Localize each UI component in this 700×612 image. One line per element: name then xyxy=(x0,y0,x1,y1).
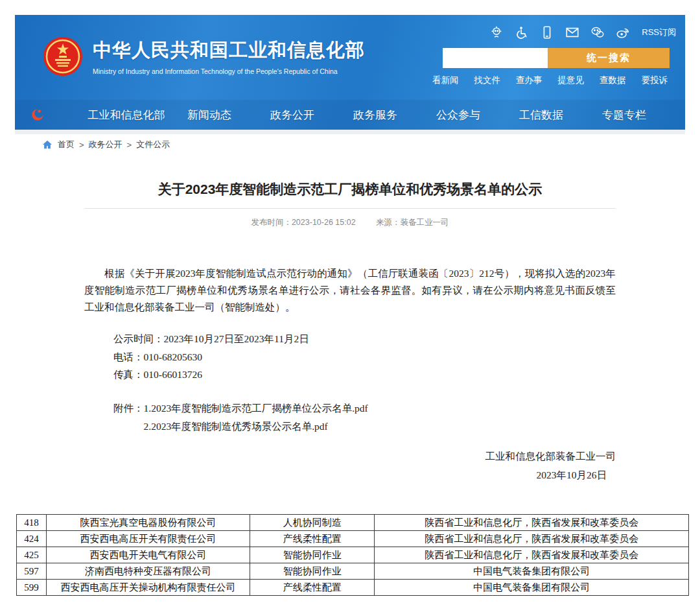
attachment-link-1[interactable]: 1.2023年度智能制造示范工厂揭榜单位公示名单.pdf xyxy=(144,399,368,418)
rss-subscribe-link[interactable]: RSS订阅 xyxy=(642,27,676,38)
cell-number: 425 xyxy=(17,547,47,563)
site-banner: 中华人民共和国工业和信息化部 Ministry of Industry and … xyxy=(15,15,685,130)
attachment-link-2[interactable]: 2.2023年度智能制造优秀场景公示名单.pdf xyxy=(144,418,368,436)
title-divider xyxy=(84,208,616,209)
site-brand[interactable]: 中华人民共和国工业和信息化部 Ministry of Industry and … xyxy=(42,36,365,77)
cell-number: 424 xyxy=(17,531,47,547)
search-button[interactable]: 统一搜索 xyxy=(548,48,670,68)
breadcrumb-separator: > xyxy=(127,140,132,150)
weibo-icon[interactable] xyxy=(615,25,631,40)
cell-company: 西安西电开关电气有限公司 xyxy=(46,547,250,563)
nav-item-gov-open[interactable]: 政务公开 xyxy=(251,108,334,123)
quick-link-files[interactable]: 找文件 xyxy=(474,75,501,86)
quick-link-data[interactable]: 查数据 xyxy=(600,75,626,86)
national-emblem-icon xyxy=(42,36,84,77)
search-bar: 统一搜索 xyxy=(443,48,670,68)
banner-shadow xyxy=(15,130,685,134)
cell-company: 西安西电高压开关操动机构有限责任公司 xyxy=(46,580,250,596)
nav-item-ministry[interactable]: 工业和信息化部 xyxy=(85,108,168,123)
cell-number: 597 xyxy=(17,563,47,580)
quick-links: 看新闻 找文件 查办事 提意见 查数据 要投诉 xyxy=(432,75,668,86)
nav-item-gov-service[interactable]: 政务服务 xyxy=(334,108,417,123)
mail-icon[interactable] xyxy=(565,25,580,40)
cell-scenario: 产线柔性配置 xyxy=(250,580,375,596)
phone-line: 电话：010-68205630 xyxy=(113,348,616,366)
publish-time: 发布时间：2023-10-26 15:02 xyxy=(251,218,355,227)
quick-link-complain[interactable]: 要投诉 xyxy=(642,75,668,86)
mobile-icon[interactable] xyxy=(539,25,555,40)
search-input[interactable] xyxy=(443,48,548,68)
quick-link-suggest[interactable]: 提意见 xyxy=(558,75,585,86)
nav-item-topics[interactable]: 专题专栏 xyxy=(583,108,666,123)
site-subtitle: Ministry of Industry and Information Tec… xyxy=(93,67,365,75)
notice-period: 公示时间：2023年10月27日至2023年11月2日 xyxy=(113,330,616,348)
cell-recommender: 中国电气装备集团有限公司 xyxy=(375,563,689,580)
announcement-table: 418 陕西宝光真空电器股份有限公司 人机协同制造 陕西省工业和信息化厅，陕西省… xyxy=(16,514,689,596)
home-icon[interactable] xyxy=(42,139,52,150)
main-nav: 工业和信息化部 新闻动态 政务公开 政务服务 公众参与 工信数据 专题专栏 xyxy=(15,100,685,130)
cell-scenario: 智能协同作业 xyxy=(250,547,375,563)
article: 关于2023年度智能制造示范工厂揭榜单位和优秀场景名单的公示 发布时间：2023… xyxy=(84,165,616,484)
top-utility-icons: RSS订阅 xyxy=(489,25,676,40)
quick-link-news[interactable]: 看新闻 xyxy=(432,75,459,86)
breadcrumb-separator: > xyxy=(79,140,84,150)
cell-recommender: 陕西省工业和信息化厅，陕西省发展和改革委员会 xyxy=(375,547,689,563)
cell-scenario: 人机协同制造 xyxy=(250,515,375,531)
article-paragraph: 根据《关于开展2023年度智能制造试点示范行动的通知》（工信厅联通装函〔2023… xyxy=(84,265,616,316)
cell-number: 599 xyxy=(17,580,47,596)
cell-company: 济南西电特种变压器有限公司 xyxy=(46,563,250,580)
quick-link-services[interactable]: 查办事 xyxy=(516,75,542,86)
accessibility-icon[interactable] xyxy=(514,25,530,40)
signature-date: 2023年10月26日 xyxy=(84,465,616,484)
cell-number: 418 xyxy=(17,515,47,531)
source: 来源：装备工业一司 xyxy=(376,218,449,227)
table-row: 597 济南西电特种变压器有限公司 智能协同作业 中国电气装备集团有限公司 xyxy=(17,563,689,580)
page-title: 关于2023年度智能制造示范工厂揭榜单位和优秀场景名单的公示 xyxy=(84,180,616,199)
breadcrumb-gov-open[interactable]: 政务公开 xyxy=(89,139,122,150)
nav-item-news[interactable]: 新闻动态 xyxy=(168,108,251,123)
table-row: 425 西安西电开关电气有限公司 智能协同作业 陕西省工业和信息化厅，陕西省发展… xyxy=(17,547,689,563)
site-title: 中华人民共和国工业和信息化部 xyxy=(93,38,365,64)
nav-item-data[interactable]: 工信数据 xyxy=(500,108,583,123)
mascot-icon[interactable] xyxy=(489,25,504,40)
signature-block: 工业和信息化部装备工业一司 2023年10月26日 xyxy=(84,447,616,484)
nav-swirl-icon xyxy=(29,106,46,123)
attachments-block: 附件： 1.2023年度智能制造示范工厂揭榜单位公示名单.pdf 2.2023年… xyxy=(84,399,616,436)
table-row: 424 西安西电高压开关有限责任公司 产线柔性配置 陕西省工业和信息化厅，陕西省… xyxy=(17,531,689,547)
cell-recommender: 陕西省工业和信息化厅，陕西省发展和改革委员会 xyxy=(375,515,689,531)
fax-line: 传真：010-66013726 xyxy=(113,366,616,384)
signature-org: 工业和信息化部装备工业一司 xyxy=(84,447,616,465)
breadcrumb-current: 文件公示 xyxy=(136,139,170,150)
cell-scenario: 智能协同作业 xyxy=(250,563,375,580)
cell-company: 西安西电高压开关有限责任公司 xyxy=(46,531,250,547)
table-row: 599 西安西电高压开关操动机构有限责任公司 产线柔性配置 中国电气装备集团有限… xyxy=(17,580,689,596)
breadcrumb: 首页 > 政务公开 > 文件公示 xyxy=(42,139,170,150)
nav-item-participation[interactable]: 公众参与 xyxy=(417,108,500,123)
article-meta: 发布时间：2023-10-26 15:02 来源：装备工业一司 xyxy=(84,217,616,228)
contact-block: 公示时间：2023年10月27日至2023年11月2日 电话：010-68205… xyxy=(84,330,616,384)
attachments-label: 附件： xyxy=(113,399,144,436)
breadcrumb-home[interactable]: 首页 xyxy=(58,139,75,150)
cell-recommender: 中国电气装备集团有限公司 xyxy=(375,580,689,596)
cell-recommender: 陕西省工业和信息化厅，陕西省发展和改革委员会 xyxy=(375,531,689,547)
cell-scenario: 产线柔性配置 xyxy=(250,531,375,547)
table-row: 418 陕西宝光真空电器股份有限公司 人机协同制造 陕西省工业和信息化厅，陕西省… xyxy=(17,515,689,531)
wechat-icon[interactable] xyxy=(590,25,605,40)
cell-company: 陕西宝光真空电器股份有限公司 xyxy=(46,515,250,531)
